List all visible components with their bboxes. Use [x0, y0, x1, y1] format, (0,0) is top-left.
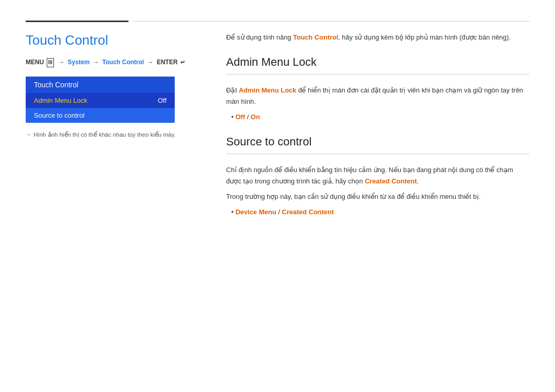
breadcrumb-enter: ENTER ↵ [157, 59, 185, 66]
breadcrumb: MENU III → System → Touch Control → ENTE… [26, 58, 195, 67]
created-content-highlight1: Created Content [365, 177, 417, 185]
osd-menu-item-source[interactable]: Source to control [26, 108, 175, 123]
breadcrumb-sep3: → [147, 59, 155, 66]
left-panel: Touch Control MENU III → System → Touch … [26, 32, 211, 230]
osd-item-source-label: Source to control [34, 111, 84, 119]
breadcrumb-touch-control: Touch Control [102, 59, 144, 66]
content-layout: Touch Control MENU III → System → Touch … [26, 32, 529, 230]
top-rules [26, 21, 529, 22]
source-bullet-list: Device Menu / Created Content [226, 207, 529, 218]
osd-menu: Touch Control Admin Menu Lock Off Source… [26, 77, 175, 123]
admin-highlight: Admin Menu Lock [239, 86, 297, 94]
osd-menu-item-admin[interactable]: Admin Menu Lock Off [26, 93, 175, 108]
device-menu-highlight: Device Menu [235, 208, 276, 216]
section-body-source: Chỉ định nguồn để điều khiển bằng tín hi… [226, 164, 529, 187]
osd-item-admin-label: Admin Menu Lock [34, 97, 87, 104]
osd-item-admin-value: Off [158, 97, 166, 104]
intro-text: Để sử dụng tính năng Touch Control, hãy … [226, 32, 529, 43]
section-divider-source [226, 154, 529, 154]
page-title: Touch Control [26, 32, 195, 48]
admin-bullet-item: Off / On [231, 111, 529, 123]
footnote: Hình ảnh hiển thị có thể khác nhau tùy t… [26, 131, 195, 139]
top-line-right [134, 21, 529, 22]
right-panel: Để sử dụng tính năng Touch Control, hãy … [211, 32, 529, 230]
created-content-highlight2: Created Content [282, 208, 334, 216]
breadcrumb-system: System [68, 59, 90, 66]
breadcrumb-sep2: → [93, 59, 101, 66]
admin-on: On [251, 113, 260, 121]
source-bullet-item: Device Menu / Created Content [231, 207, 529, 218]
section-body-source2: Trong trường hợp này, bạn cần sử dụng đi… [226, 191, 529, 202]
section-divider-admin [226, 74, 529, 74]
osd-menu-header: Touch Control [26, 77, 175, 93]
section-title-admin: Admin Menu Lock [226, 55, 529, 69]
breadcrumb-menu: MENU III [26, 59, 55, 66]
intro-highlight: Touch Control [293, 33, 338, 41]
breadcrumb-sep1: → [58, 59, 66, 66]
admin-bullet-list: Off / On [226, 111, 529, 123]
admin-off: Off [235, 113, 245, 121]
section-body-admin: Đặt Admin Menu Lock để hiển thị màn đơn … [226, 85, 529, 107]
section-title-source: Source to control [226, 135, 529, 148]
enter-icon: ↵ [180, 58, 185, 67]
top-line-left [26, 21, 128, 22]
menu-icon: III [47, 58, 54, 67]
